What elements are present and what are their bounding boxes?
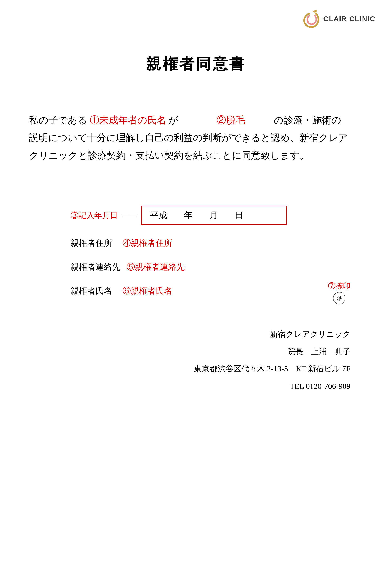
seal-symbol: ㊞: [337, 295, 342, 302]
body-line2: 説明について十分に理解し自己の利益の判断ができると認め、新宿クレア: [29, 129, 363, 147]
footer-clinic-name: 新宿クレアクリニック: [29, 326, 350, 343]
address-row: 親権者住所 ④親権者住所: [70, 237, 350, 249]
footer-director: 院長 上浦 典子: [29, 343, 350, 360]
form-section: ③記入年月日 —— 平成 年 月 日 親権者住所 ④親権者住所 親権者連絡先 ⑤…: [70, 206, 350, 296]
seal-label: ⑦捺印: [328, 281, 350, 291]
clinic-logo-icon: [299, 8, 320, 29]
main-body-text: 私の子である ①未成年者の氏名 が ②脱毛 の診療・施術の 説明について十分に理…: [29, 111, 363, 164]
footer-address: 東京都渋谷区代々木 2-13-5 KT 新宿ビル 7F: [29, 360, 350, 378]
address-value: ④親権者住所: [123, 237, 172, 249]
date-nichi: 日: [235, 209, 243, 221]
contact-row: 親権者連絡先 ⑤親権者連絡先: [70, 261, 350, 273]
footer-info: 新宿クレアクリニック 院長 上浦 典子 東京都渋谷区代々木 2-13-5 KT …: [29, 326, 350, 395]
name-row: 親権者氏名 ⑥親権者氏名 ⑦捺印 ㊞: [70, 285, 350, 296]
address-label: 親権者住所: [70, 237, 116, 249]
contact-label: 親権者連絡先: [70, 261, 120, 273]
body-line1: 私の子である ①未成年者の氏名 が ②脱毛 の診療・施術の: [29, 111, 363, 129]
document-title: 親権者同意書: [29, 54, 363, 74]
date-row: ③記入年月日 —— 平成 年 月 日: [70, 206, 350, 225]
seal-area: ⑦捺印 ㊞: [328, 281, 350, 304]
minor-name-placeholder: ①未成年者の氏名: [90, 115, 166, 125]
date-label: ③記入年月日: [70, 210, 118, 221]
contact-value: ⑤親権者連絡先: [127, 261, 185, 273]
body-prefix: 私の子である: [29, 115, 90, 125]
body-line3: クリニックと診療契約・支払い契約を結ぶことに同意致します。: [29, 147, 363, 164]
svg-point-0: [315, 13, 316, 14]
date-tsuki: 月: [209, 209, 218, 221]
date-arrow: ——: [122, 211, 137, 220]
seal-circle: ㊞: [333, 292, 346, 304]
name-label: 親権者氏名: [70, 285, 116, 296]
body-mid: が: [166, 115, 217, 125]
body-suffix: の診療・施術の: [245, 115, 341, 125]
name-value: ⑥親権者氏名: [123, 285, 172, 296]
document-page: CLAIR CLINIC 親権者同意書 私の子である ①未成年者の氏名 が ②脱…: [0, 0, 392, 567]
clinic-name-logo: CLAIR CLINIC: [323, 15, 375, 23]
footer-tel: TEL 0120-706-909: [29, 378, 350, 395]
date-nen: 年: [184, 209, 193, 221]
logo-area: CLAIR CLINIC: [299, 8, 375, 29]
date-era: 平成: [150, 209, 167, 221]
treatment-placeholder: ②脱毛: [217, 115, 245, 125]
date-box: 平成 年 月 日: [141, 206, 287, 225]
